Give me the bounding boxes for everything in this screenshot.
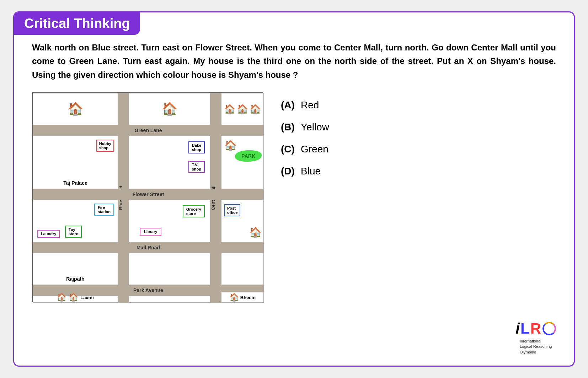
header-banner: Critical Thinking <box>14 12 140 35</box>
tv-shop-label: T.V.shop <box>192 163 201 171</box>
hobby-shop-box: Hobbyshop <box>96 140 114 152</box>
ilro-o-circle <box>542 322 556 335</box>
block-post-office: Postoffice 🏠 <box>221 200 264 242</box>
laundry-box: Laundry <box>37 230 60 238</box>
block-mid-bottom <box>129 296 210 303</box>
grocery-store-label: Grocerystore <box>186 207 201 216</box>
option-b-letter: (B) <box>281 122 295 133</box>
ilro-logo-text: i L R <box>515 320 556 337</box>
block-taj-palace: Hobbyshop Taj Palace <box>33 136 118 189</box>
green-lane-label: Green Lane <box>134 128 162 133</box>
block-rajpath: Rajpath <box>33 253 118 285</box>
laxmi-area: 🏠 🏠 Laxmi <box>33 292 118 303</box>
taj-palace-label: Taj Palace <box>33 180 118 186</box>
laundry-label: Laundry <box>41 232 56 236</box>
option-a-letter: (A) <box>281 99 295 111</box>
toy-store-box: Toystore <box>65 226 82 238</box>
laxmi-house2-icon: 🏠 <box>69 293 78 302</box>
ilro-l: L <box>520 320 530 337</box>
mall-road-road: Mall Road <box>33 242 264 253</box>
question-text: Walk north on Blue street. Turn east on … <box>32 41 556 82</box>
park-avenue-label: Park Avenue <box>133 287 163 293</box>
house-right-icon: 🏠 <box>249 227 262 238</box>
bheem-house-icon: 🏠 <box>229 293 239 302</box>
library-box: Library <box>140 228 161 236</box>
map-container: 🏠 Blue Street 🏠 Center Mall <box>32 92 263 302</box>
rajpath-label: Rajpath <box>33 276 118 282</box>
house-red-icon: 🏠 <box>250 104 261 115</box>
block-top-left: 🏠 <box>33 93 118 125</box>
page-title: Critical Thinking <box>24 16 130 31</box>
library-label: Library <box>144 230 157 234</box>
tv-shop-box: T.V.shop <box>188 161 205 173</box>
option-c-letter: (C) <box>281 144 295 155</box>
toy-store-label: Toystore <box>69 227 78 236</box>
option-d: (D) Blue <box>281 166 556 177</box>
option-a: (A) Red <box>281 99 556 111</box>
mall-road-label: Mall Road <box>137 245 160 250</box>
green-lane-road: Green Lane <box>33 125 264 136</box>
block-grocery-library: Grocerystore Library <box>129 200 210 242</box>
fire-station-box: Firestation <box>94 204 114 216</box>
laxmi-house-icon: 🏠 <box>57 293 66 302</box>
ilro-logo: i L R InternationalLogical ReasoningOlym… <box>515 320 556 355</box>
block-right-lower <box>221 253 264 285</box>
ilro-sub-text: InternationalLogical ReasoningOlympiad <box>520 339 552 355</box>
post-office-box: Postoffice <box>224 204 240 216</box>
option-b: (B) Yellow <box>281 122 556 133</box>
option-a-label: Red <box>301 99 319 111</box>
block-bake-tv: Bakeshop T.V.shop <box>129 136 210 189</box>
option-d-letter: (D) <box>281 166 295 177</box>
post-office-label: Postoffice <box>227 206 237 215</box>
bake-shop-box: Bakeshop <box>188 141 205 153</box>
block-mid-lower <box>129 253 210 285</box>
bheem-label: Bheem <box>240 295 256 300</box>
grocery-store-box: Grocerystore <box>183 205 205 217</box>
fire-station-label: Firestation <box>98 205 111 214</box>
laxmi-label: Laxmi <box>80 295 94 300</box>
option-b-label: Yellow <box>301 122 329 133</box>
options-area: (A) Red (B) Yellow (C) Green (D) Blue <box>274 92 556 358</box>
main-area: 🏠 Blue Street 🏠 Center Mall <box>32 92 556 358</box>
block-top-mid: 🏠 <box>129 93 210 125</box>
block-bheem: 🏠 Bheem <box>221 292 264 303</box>
flower-street-label: Flower Street <box>133 191 164 197</box>
main-card: Critical Thinking Walk north on Blue str… <box>13 11 575 367</box>
house-gray-icon: 🏠 <box>237 104 248 115</box>
house-blue-icon: 🏠 <box>68 102 84 117</box>
ilro-r: R <box>530 320 541 337</box>
hobby-shop-label: Hobbyshop <box>99 141 111 150</box>
house-park-icon: 🏠 <box>224 140 237 151</box>
option-d-label: Blue <box>301 166 321 177</box>
block-park: 🏠 PARK <box>221 136 264 189</box>
ilro-i: i <box>515 320 520 337</box>
park-label: PARK <box>235 150 262 162</box>
house-blue2-icon: 🏠 <box>162 102 178 117</box>
block-top-right: 🏠 🏠 🏠 <box>221 93 264 125</box>
house-yellow-icon: 🏠 <box>224 104 235 115</box>
block-fire-laundry: Firestation Laundry Toystore <box>33 200 118 242</box>
flower-street-road: Flower Street <box>33 189 264 200</box>
option-c: (C) Green <box>281 144 556 155</box>
bake-shop-label: Bakeshop <box>192 143 201 152</box>
option-c-label: Green <box>301 144 328 155</box>
